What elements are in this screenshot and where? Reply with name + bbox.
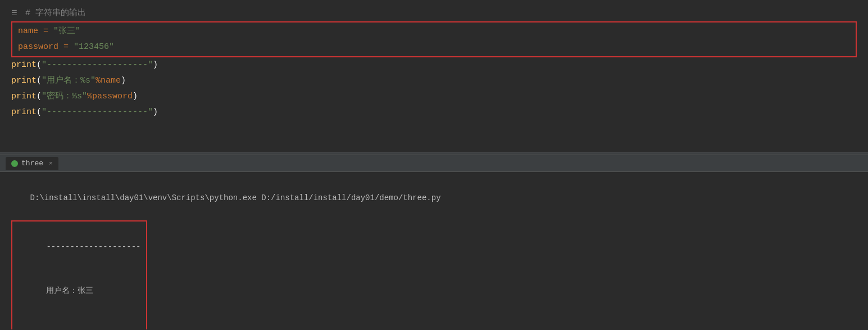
print-arg-3: "密码：%s": [42, 89, 87, 105]
print-arg-2: "用户名：%s": [42, 73, 96, 89]
terminal-password-line: 密码：123456: [18, 313, 140, 329]
terminal-tab-label: three: [21, 159, 43, 168]
editor-area: ☰ # 字符串的输出 name = "张三" password = "12345…: [0, 0, 868, 152]
print-func-1: print: [11, 57, 37, 73]
terminal-command: D:\install\install\day01\venv\Scripts\py…: [30, 193, 441, 202]
name-value: "张三": [53, 24, 80, 39]
var-password: password: [18, 39, 58, 55]
var-ref-password: %password: [87, 89, 133, 105]
print-func-2: print: [11, 73, 37, 89]
assign-op1: =: [38, 24, 53, 39]
assign-op2: =: [58, 39, 74, 55]
comment-line: ☰ # 字符串的输出: [0, 6, 868, 21]
print-line-3: print("密码：%s"%password): [0, 89, 868, 105]
terminal-separator-1: --------------------: [18, 225, 140, 269]
print-line-4: print("--------------------"): [0, 105, 868, 120]
comment-text: # 字符串的输出: [25, 6, 86, 21]
print-func-4: print: [11, 105, 37, 120]
line-icon: ☰: [11, 6, 22, 21]
terminal-tab-icon: [11, 160, 18, 167]
var-ref-name: %name: [96, 73, 121, 89]
print-arg-1: "--------------------": [42, 57, 153, 73]
terminal-tab-bar: three ×: [0, 155, 868, 172]
var-name: name: [18, 24, 38, 39]
print-func-3: print: [11, 89, 37, 105]
password-assignment-line: password = "123456": [12, 39, 856, 55]
close-tab-button[interactable]: ×: [49, 160, 53, 167]
highlighted-code-block: name = "张三" password = "123456": [11, 21, 857, 57]
password-value: "123456": [74, 39, 114, 55]
print-line-2: print("用户名：%s"%name): [0, 73, 868, 89]
terminal-output-block: -------------------- 用户名：张三 密码：123456 --…: [11, 220, 147, 329]
print-line-1: print("--------------------"): [0, 57, 868, 73]
name-assignment-line: name = "张三": [12, 24, 856, 39]
terminal-area: D:\install\install\day01\venv\Scripts\py…: [0, 172, 868, 329]
print-arg-4: "--------------------": [42, 105, 153, 120]
terminal-command-line: D:\install\install\day01\venv\Scripts\py…: [11, 178, 857, 218]
terminal-username-line: 用户名：张三: [18, 269, 140, 313]
terminal-tab-three[interactable]: three ×: [6, 157, 58, 170]
